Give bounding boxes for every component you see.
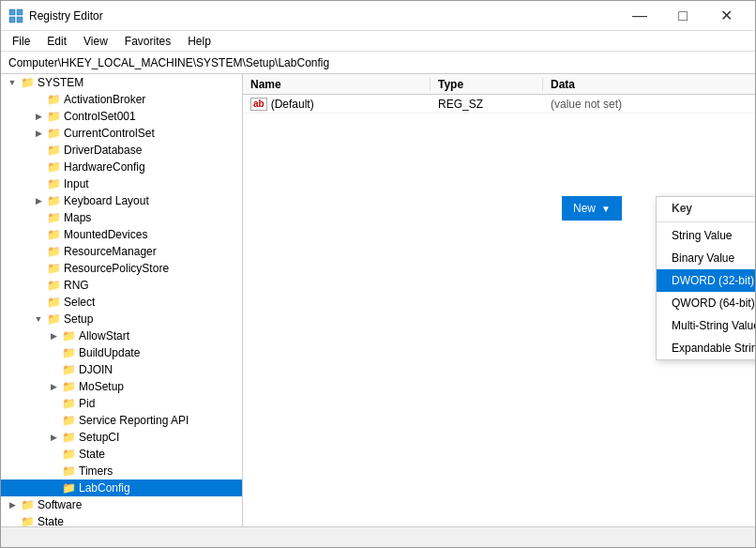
svg-rect-3 <box>17 17 23 23</box>
folder-icon-maps: 📁 <box>46 210 61 225</box>
tree-item-input[interactable]: ▶ 📁 Input <box>1 175 242 192</box>
folder-icon-hardwareconfig: 📁 <box>46 160 61 175</box>
ctx-item-binary-value[interactable]: Binary Value <box>657 247 755 269</box>
menu-view[interactable]: View <box>76 33 115 50</box>
tree-label-djoin: DJOIN <box>79 363 113 376</box>
ctx-item-string-value[interactable]: String Value <box>657 224 755 247</box>
title-text: Registry Editor <box>29 9 612 23</box>
svg-rect-1 <box>17 9 23 15</box>
cell-type-default: REG_SZ <box>431 98 543 111</box>
tree-item-labconfig[interactable]: 📁 LabConfig <box>1 480 242 496</box>
tree-item-setup[interactable]: ▼ 📁 Setup <box>1 311 242 327</box>
folder-icon-mounteddevices: 📁 <box>46 227 61 242</box>
folder-icon-currentcontrolset: 📁 <box>46 126 61 141</box>
folder-icon-servicereportingapi: 📁 <box>61 413 76 428</box>
new-button-label: New <box>573 202 596 215</box>
ctx-item-multi-string-value[interactable]: Multi-String Value <box>657 314 755 337</box>
address-bar: Computer\HKEY_LOCAL_MACHINE\SYSTEM\Setup… <box>1 52 755 74</box>
tree-label-activationbroker: ActivationBroker <box>64 93 145 106</box>
menu-file[interactable]: File <box>5 33 38 50</box>
new-button[interactable]: New ▼ <box>562 196 622 221</box>
tree-item-mounteddevices[interactable]: ▶ 📁 MountedDevices <box>1 226 242 243</box>
tree-label-resourcemanager: ResourceManager <box>64 245 157 258</box>
menu-favorites[interactable]: Favorites <box>117 33 178 50</box>
menu-bar: File Edit View Favorites Help <box>1 31 755 52</box>
tree-item-state-setup[interactable]: ▶ 📁 State <box>1 446 242 463</box>
expand-icon-labconfig <box>46 480 61 495</box>
expand-icon-setup: ▼ <box>31 312 46 327</box>
tree-item-mosetup[interactable]: ▶ 📁 MoSetup <box>1 378 242 395</box>
ctx-item-dword-value[interactable]: DWORD (32-bit) Value │ <box>657 269 755 292</box>
tree-label-input: Input <box>64 177 89 190</box>
tree-item-currentcontrolset[interactable]: ▶ 📁 CurrentControlSet <box>1 125 242 142</box>
folder-icon-rng: 📁 <box>46 278 61 293</box>
tree-item-keyboardlayout[interactable]: ▶ 📁 Keyboard Layout <box>1 192 242 209</box>
folder-icon-activationbroker: 📁 <box>46 92 61 107</box>
expand-icon-currentcontrolset: ▶ <box>31 126 46 141</box>
expand-icon-mosetup: ▶ <box>46 379 61 394</box>
tree-label-rng: RNG <box>64 279 89 292</box>
title-bar: Registry Editor — □ ✕ <box>1 1 755 31</box>
cell-data-default: (value not set) <box>543 98 755 111</box>
ctx-item-qword-value[interactable]: QWORD (64-bit) Value <box>657 292 755 314</box>
menu-help[interactable]: Help <box>180 33 219 50</box>
app-icon <box>8 8 23 23</box>
tree-label-hardwareconfig: HardwareConfig <box>64 160 145 174</box>
tree-label-mounteddevices: MountedDevices <box>64 228 147 241</box>
tree-item-system[interactable]: ▼ 📁 SYSTEM <box>1 74 242 91</box>
tree-panel: ▼ 📁 SYSTEM ▶ 📁 ActivationBroker ▶ 📁 Cont… <box>1 74 243 526</box>
folder-icon-select: 📁 <box>46 295 61 310</box>
folder-icon-buildupdate: 📁 <box>61 345 76 360</box>
tree-item-rng[interactable]: ▶ 📁 RNG <box>1 277 242 294</box>
svg-rect-2 <box>9 17 15 23</box>
tree-label-setupci: SetupCI <box>79 431 119 444</box>
minimize-button[interactable]: — <box>618 1 661 31</box>
tree-item-activationbroker[interactable]: ▶ 📁 ActivationBroker <box>1 91 242 108</box>
tree-label-controlset001: ControlSet001 <box>64 110 136 123</box>
expand-icon-allowstart: ▶ <box>46 328 61 343</box>
folder-icon-resourcepolicystore: 📁 <box>46 261 61 276</box>
tree-item-resourcepolicystore[interactable]: ▶ 📁 ResourcePolicyStore <box>1 260 242 277</box>
main-content: ▼ 📁 SYSTEM ▶ 📁 ActivationBroker ▶ 📁 Cont… <box>1 74 755 526</box>
table-row[interactable]: ab (Default) REG_SZ (value not set) <box>243 95 755 114</box>
col-header-type: Type <box>431 78 543 91</box>
menu-edit[interactable]: Edit <box>39 33 74 50</box>
window-controls: — □ ✕ <box>618 1 748 31</box>
cell-name-default: ab (Default) <box>243 98 431 111</box>
tree-item-servicereportingapi[interactable]: ▶ 📁 Service Reporting API <box>1 412 242 429</box>
tree-item-setupci[interactable]: ▶ 📁 SetupCI <box>1 429 242 446</box>
folder-icon-mosetup: 📁 <box>61 379 76 394</box>
tree-item-controlset001[interactable]: ▶ 📁 ControlSet001 <box>1 108 242 125</box>
tree-label-state-setup: State <box>79 448 105 461</box>
folder-icon-software: 📁 <box>20 497 35 512</box>
tree-label-mosetup: MoSetup <box>79 380 124 393</box>
ctx-item-expandable-string-value[interactable]: Expandable String Value <box>657 337 755 359</box>
tree-item-select[interactable]: ▶ 📁 Select <box>1 294 242 311</box>
tree-item-allowstart[interactable]: ▶ 📁 AllowStart <box>1 327 242 344</box>
tree-item-djoin[interactable]: ▶ 📁 DJOIN <box>1 361 242 378</box>
close-button[interactable]: ✕ <box>704 1 748 31</box>
folder-icon-state-top: 📁 <box>20 514 35 526</box>
tree-item-software[interactable]: ▶ 📁 Software <box>1 496 242 513</box>
tree-label-setup: Setup <box>64 312 93 326</box>
folder-icon-system: 📁 <box>20 75 35 90</box>
tree-item-pid[interactable]: ▶ 📁 Pid <box>1 395 242 412</box>
folder-icon-setupci: 📁 <box>61 430 76 445</box>
tree-label-resourcepolicystore: ResourcePolicyStore <box>64 262 169 275</box>
tree-item-resourcemanager[interactable]: ▶ 📁 ResourceManager <box>1 243 242 260</box>
tree-item-maps[interactable]: ▶ 📁 Maps <box>1 209 242 226</box>
ctx-item-key[interactable]: Key <box>657 197 755 220</box>
tree-label-software: Software <box>38 498 82 511</box>
tree-item-driverdatabase[interactable]: ▶ 📁 DriverDatabase <box>1 142 242 159</box>
tree-label-buildupdate: BuildUpdate <box>79 346 140 359</box>
tree-item-buildupdate[interactable]: ▶ 📁 BuildUpdate <box>1 344 242 361</box>
tree-item-timers[interactable]: ▶ 📁 Timers <box>1 463 242 480</box>
tree-item-hardwareconfig[interactable]: ▶ 📁 HardwareConfig <box>1 159 242 175</box>
maximize-button[interactable]: □ <box>661 1 704 31</box>
expand-icon-controlset001: ▶ <box>31 109 46 124</box>
expand-icon-setupci: ▶ <box>46 430 61 445</box>
tree-item-state-top[interactable]: ▶ 📁 State <box>1 513 242 526</box>
new-button-arrow-icon: ▼ <box>601 204 611 214</box>
svg-rect-0 <box>9 9 15 15</box>
context-menu: Key String Value Binary Value DWORD (32-… <box>656 196 755 360</box>
